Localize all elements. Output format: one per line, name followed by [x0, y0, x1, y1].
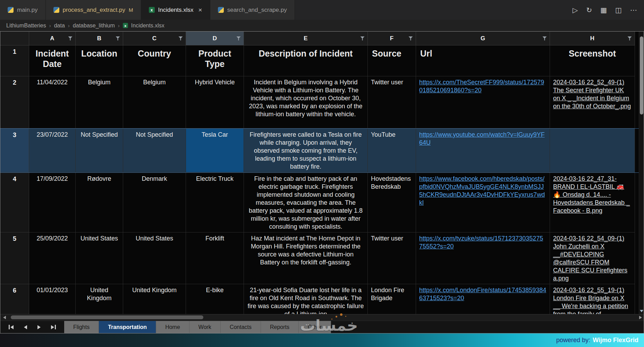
scroll-left-icon[interactable] [3, 316, 6, 319]
cell-a2[interactable]: 11/04/2022 [29, 76, 76, 128]
column-header-d[interactable]: D [186, 32, 244, 45]
vertical-scrollbar-thumb[interactable] [640, 36, 643, 115]
filter-icon[interactable] [542, 36, 547, 41]
column-header-c[interactable]: C [123, 32, 186, 45]
run-icon[interactable]: ▷ [573, 6, 578, 14]
row-header-6[interactable]: 6 [0, 284, 29, 314]
cell-g1[interactable]: Url [416, 45, 550, 76]
cell-e2[interactable]: Incident in Belgium involving a Hybrid V… [244, 76, 368, 128]
vertical-scrollbar[interactable] [639, 32, 644, 314]
filter-icon[interactable] [627, 36, 632, 41]
cell-a1[interactable]: Incident Date [29, 45, 76, 76]
cell-a6[interactable]: 01/01/2023 [29, 284, 76, 314]
url-link[interactable]: https://www.youtube.com/watch?v=lGuuy9YF… [419, 131, 545, 146]
column-header-f[interactable]: F [368, 32, 416, 45]
history-icon[interactable]: ↻ [586, 6, 592, 14]
cell-f3[interactable]: YouTube [368, 129, 416, 172]
tab-search-and-scrape-py[interactable]: search_and_scrape.py [210, 0, 295, 20]
more-actions-icon[interactable]: ⋯ [630, 6, 637, 14]
cell-a4[interactable]: 17/09/2022 [29, 173, 76, 232]
filter-icon[interactable] [408, 36, 413, 41]
cell-e6[interactable]: 21-year-old Sofia Duarte lost her life i… [244, 284, 368, 314]
column-header-h[interactable]: H [550, 32, 635, 45]
cell-b6[interactable]: United Kingdom [76, 284, 123, 314]
sheet-tab-contacts[interactable]: Contacts [221, 321, 261, 333]
cell-h5[interactable]: 2024-03-16 22_54_09-(1) John Zuchelli on… [550, 232, 635, 284]
sheet-tab-transportation[interactable]: Transportation [99, 321, 156, 333]
url-link[interactable]: https://x.com/tvzuke/status/157123730352… [419, 235, 543, 250]
cell-f4[interactable]: Hovedstadens Beredskab [368, 173, 416, 232]
cell-d3-active-cell[interactable]: Tesla Car [186, 129, 244, 172]
sheet-tab-reports[interactable]: Reports [261, 321, 299, 333]
cell-f5[interactable]: Twitter user [368, 232, 416, 284]
cell-d1[interactable]: Product Type [186, 45, 244, 76]
sheet-tab-work[interactable]: Work [189, 321, 221, 333]
next-sheet-icon[interactable] [37, 325, 41, 329]
cell-b4[interactable]: Rødovre [76, 173, 123, 232]
first-sheet-icon[interactable] [9, 325, 14, 329]
cell-c1[interactable]: Country [123, 45, 186, 76]
close-icon[interactable]: × [198, 6, 202, 14]
cell-g3[interactable]: https://www.youtube.com/watch?v=lGuuy9YF… [416, 129, 550, 172]
screenshot-link[interactable]: 2024-03-16 22_52_49-(1) The Secret Firef… [553, 79, 631, 110]
filter-icon[interactable] [68, 36, 73, 41]
previous-sheet-icon[interactable] [24, 325, 27, 329]
screenshot-link[interactable]: 2024-03-16 22_54_09-(1) John Zuchelli on… [553, 235, 627, 282]
cell-d4[interactable]: Electric Truck [186, 173, 244, 232]
cell-h6[interactable]: 2024-03-16 22_55_19-(1) London Fire Brig… [550, 284, 635, 314]
cell-h4[interactable]: 2024-03-16 22_47_31-BRAND I EL-LASTBIL 🚒… [550, 173, 635, 232]
breadcrumb-item-data[interactable]: data [54, 23, 65, 29]
cell-e1[interactable]: Description of Incident [244, 45, 368, 76]
column-header-b[interactable]: B [76, 32, 123, 45]
split-editor-icon[interactable]: ◫ [615, 6, 622, 14]
cell-b2[interactable]: Belgium [76, 76, 123, 128]
cell-c6[interactable]: United Kingdom [123, 284, 186, 314]
cell-c2[interactable]: Belgium [123, 76, 186, 128]
row-header-1[interactable]: 1 [0, 45, 29, 76]
cell-f6[interactable]: London Fire Brigade [368, 284, 416, 314]
table-view-icon[interactable]: ▦ [600, 6, 607, 14]
horizontal-scrollbar-thumb[interactable] [11, 315, 203, 319]
sheet-tab-other[interactable]: Other [299, 321, 331, 333]
cell-f1[interactable]: Source [368, 45, 416, 76]
cell-d5[interactable]: Forklift [186, 232, 244, 284]
cell-b5[interactable]: United States [76, 232, 123, 284]
screenshot-link[interactable]: 2024-03-16 22_55_19-(1) London Fire Brig… [553, 287, 628, 314]
cell-h3[interactable] [550, 129, 635, 172]
sheet-tab-flights[interactable]: Flights [64, 321, 99, 333]
cell-a5[interactable]: 25/09/2022 [29, 232, 76, 284]
breadcrumb-item-file[interactable]: Incidents.xlsx [131, 23, 164, 29]
screenshot-link[interactable]: 2024-03-16 22_47_31-BRAND I EL-LASTBIL 🚒… [553, 175, 630, 214]
cell-e5[interactable]: Haz Mat incident at The Home Depot in Mo… [244, 232, 368, 284]
cell-b1[interactable]: Location [76, 45, 123, 76]
cell-f2[interactable]: Twitter user [368, 76, 416, 128]
url-link[interactable]: https://x.com/LondonFire/status/17453859… [419, 287, 546, 302]
column-header-e[interactable]: E [244, 32, 368, 45]
cell-e4[interactable]: Fire in the cab and battery pack of an e… [244, 173, 368, 232]
cell-c5[interactable]: United States [123, 232, 186, 284]
cell-c3[interactable]: Not Specified [123, 129, 186, 172]
cell-h1[interactable]: Screenshot [550, 45, 635, 76]
tab-main-py[interactable]: main.py [0, 0, 46, 20]
row-header-2[interactable]: 2 [0, 76, 29, 128]
cell-b3[interactable]: Not Specified [76, 129, 123, 172]
row-header-3[interactable]: 3 [0, 129, 29, 172]
column-header-a[interactable]: A [29, 32, 76, 45]
cell-e3[interactable]: Firefighters were called to a Tesla on f… [244, 129, 368, 172]
breadcrumb-item-database-lithium[interactable]: database_lithium [73, 23, 115, 29]
filter-icon[interactable] [178, 36, 183, 41]
cell-d6[interactable]: E-bike [186, 284, 244, 314]
url-link[interactable]: https://x.com/TheSecretFF999/status/1725… [419, 79, 544, 94]
cell-h2[interactable]: 2024-03-16 22_52_49-(1) The Secret Firef… [550, 76, 635, 128]
row-header-4[interactable]: 4 [0, 173, 29, 232]
horizontal-scrollbar[interactable] [0, 314, 644, 321]
filter-icon[interactable] [236, 36, 241, 41]
filter-icon[interactable] [360, 36, 365, 41]
cell-g2[interactable]: https://x.com/TheSecretFF999/status/1725… [416, 76, 550, 128]
cell-g4[interactable]: https://www.facebook.com/hberedskab/post… [416, 173, 550, 232]
cell-g5[interactable]: https://x.com/tvzuke/status/157123730352… [416, 232, 550, 284]
sheet-tab-home[interactable]: Home [156, 321, 189, 333]
breadcrumb-item-project[interactable]: LithiumBatteries [6, 23, 46, 29]
select-all-corner-cell[interactable] [0, 32, 29, 45]
row-header-5[interactable]: 5 [0, 232, 29, 284]
